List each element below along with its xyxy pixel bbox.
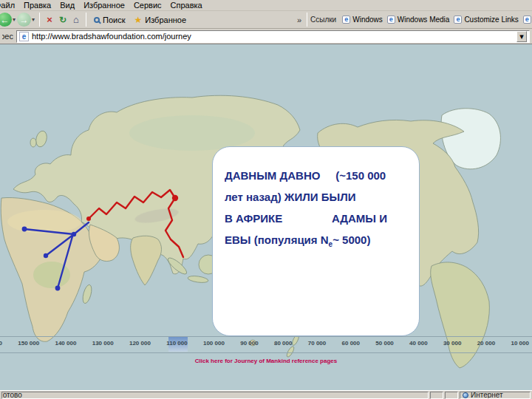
page-content: 160 000 150 000 140 000 130 000 120 000 … (0, 44, 532, 390)
link-icon (523, 16, 531, 24)
status-panel (445, 392, 458, 399)
menu-favorites[interactable]: Избранное (79, 1, 129, 10)
favorites-button[interactable]: Избранное (130, 15, 191, 25)
back-dropdown-icon[interactable] (13, 16, 16, 23)
status-bar: Готово Интернет (0, 390, 532, 399)
search-label: Поиск (103, 16, 125, 24)
timeline-label: 100 000 (203, 340, 225, 347)
timeline-label: 140 000 (55, 340, 76, 347)
link-icon (342, 16, 350, 24)
status-text-panel: Готово (1, 392, 429, 399)
timeline-label: 150 000 (18, 340, 39, 347)
toolbar-separator (39, 13, 40, 27)
terrain-siberia (129, 115, 255, 151)
toolbar-separator (307, 13, 307, 27)
terrain-sahara (7, 210, 81, 233)
info-line-4: ЕВЫ (популяция Ne~ 5000) (225, 229, 407, 255)
timeline-top-line (0, 336, 532, 337)
links-bar: Ссылки Windows Windows Media Customize L… (310, 16, 532, 24)
menu-file[interactable]: Файл (0, 1, 19, 10)
link-icon (454, 16, 462, 24)
menu-edit[interactable]: Правка (19, 1, 55, 10)
search-button[interactable]: Поиск (89, 16, 129, 24)
link-label: Windows (352, 16, 383, 24)
forward-button[interactable] (17, 13, 31, 27)
timeline-label: 60 000 (342, 340, 360, 347)
link-windows[interactable]: Windows (342, 16, 383, 24)
timeline-label: 20 000 (477, 340, 495, 347)
address-label: Адрес (2, 32, 13, 41)
link-windows-media[interactable]: Windows Media (387, 16, 450, 24)
page-icon (19, 32, 29, 41)
home-icon[interactable] (69, 14, 83, 25)
status-text: Готово (1, 392, 22, 399)
timeline-label: 10 000 (511, 340, 528, 347)
link-free-hotmail[interactable]: Free Hotmail (523, 16, 532, 24)
timeline: 160 000 150 000 140 000 130 000 120 000 … (0, 340, 529, 347)
address-bar: Адрес http://www.bradshawfoundation.com/… (0, 29, 532, 44)
star-icon (134, 15, 143, 25)
menu-tools[interactable]: Сервис (129, 1, 166, 10)
timeline-label: 90 000 (240, 340, 258, 347)
toolbar-overflow-chevron[interactable]: » (295, 16, 304, 24)
island-ireland (30, 138, 36, 147)
timeline-label: 30 000 (443, 340, 461, 347)
address-dropdown-icon[interactable] (516, 31, 527, 42)
toolbar: Поиск Избранное » Ссылки Windows Windows… (0, 11, 532, 29)
toolbar-separator (86, 13, 86, 27)
timeline-label: 40 000 (409, 340, 427, 347)
menu-bar: Файл Правка Вид Избранное Сервис Справка (0, 0, 532, 11)
reference-link[interactable]: Click here for Journey of Mankind refere… (0, 358, 532, 364)
timeline-label: 50 000 (375, 340, 393, 347)
refresh-icon[interactable] (56, 15, 69, 25)
address-input[interactable]: http://www.bradshawfoundation.com/journe… (16, 30, 530, 43)
globe-icon (463, 392, 468, 398)
menu-help[interactable]: Справка (166, 1, 207, 10)
timeline-label: 130 000 (92, 340, 114, 347)
timeline-label: 120 000 (129, 340, 151, 347)
timeline-label: 160 000 (0, 340, 2, 347)
zone-label: Интернет (471, 392, 503, 399)
link-customize-links[interactable]: Customize Links (454, 16, 518, 24)
info-line-2: лет назад) ЖИЛИ БЫЛИ (225, 186, 407, 208)
search-icon (94, 17, 100, 23)
timeline-label: 70 000 (308, 340, 326, 347)
internet-zone-panel: Интернет (460, 392, 531, 399)
forward-dropdown-icon[interactable] (32, 16, 35, 23)
status-panel (430, 392, 443, 399)
links-label: Ссылки (310, 16, 338, 24)
link-label: Windows Media (398, 16, 450, 24)
back-button[interactable] (0, 13, 12, 27)
timeline-label: 110 000 (166, 340, 187, 347)
timeline-bottom-line (0, 352, 532, 353)
link-label: Customize Links (464, 16, 518, 24)
info-box: ДАВНЫМ ДАВНО (~150 000 лет назад) ЖИЛИ Б… (212, 146, 420, 336)
stop-icon[interactable] (43, 14, 56, 25)
info-line-1: ДАВНЫМ ДАВНО (~150 000 (225, 165, 407, 186)
favorites-label: Избранное (145, 16, 186, 24)
timeline-label: 80 000 (274, 340, 292, 347)
menu-view[interactable]: Вид (55, 1, 79, 10)
info-line-3: В АФРИКЕ АДАМЫ И (225, 208, 407, 229)
address-url: http://www.bradshawfoundation.com/journe… (32, 32, 191, 41)
browser-window: Файл Правка Вид Избранное Сервис Справка… (0, 0, 532, 399)
link-icon (387, 16, 395, 24)
